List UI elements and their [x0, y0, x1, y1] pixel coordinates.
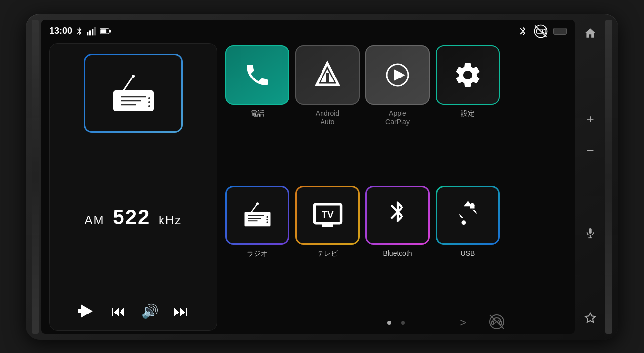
bottom-pagination: >: [225, 317, 567, 329]
radio-grid-svg: [242, 199, 274, 231]
svg-marker-28: [394, 69, 405, 81]
svg-rect-1: [89, 30, 91, 35]
svg-point-14: [132, 75, 135, 78]
radio-panel[interactable]: AM 522 kHz ⏮ 🔊 ⏭: [49, 43, 217, 331]
prev-track-button[interactable]: ⏮: [111, 302, 126, 320]
bluetooth-icon-box: [365, 186, 430, 245]
freq-number: 522: [113, 205, 150, 229]
svg-point-19: [148, 101, 150, 103]
svg-rect-6: [109, 30, 111, 32]
app-item-tv[interactable]: TV テレビ: [295, 186, 360, 258]
settings-svg: [453, 60, 483, 90]
android-auto-svg: [312, 59, 343, 91]
clock: 13:00: [49, 26, 72, 36]
svg-rect-0: [87, 32, 88, 35]
android-label: AndroidAuto: [316, 109, 339, 126]
svg-rect-44: [500, 321, 502, 324]
carplay-icon-box: [365, 45, 430, 105]
battery-icon: [100, 28, 111, 35]
usb-svg: [454, 199, 482, 231]
zoom-in-button[interactable]: +: [583, 109, 597, 130]
tv-svg: TV: [312, 199, 344, 231]
svg-line-13: [123, 76, 133, 91]
status-right: [518, 24, 567, 39]
usb-label: USB: [461, 249, 475, 258]
mic-button[interactable]: [582, 224, 599, 246]
svg-rect-3: [94, 27, 96, 35]
svg-rect-2: [92, 29, 93, 35]
svg-line-36: [251, 204, 257, 212]
svg-rect-43: [492, 321, 494, 324]
usb-icon-box: [436, 186, 500, 245]
svg-text:TV: TV: [322, 209, 334, 220]
bluetooth-label: Bluetooth: [383, 249, 412, 258]
app-item-bluetooth[interactable]: Bluetooth: [365, 186, 430, 258]
home-icon: [584, 27, 597, 39]
radio-controls: ⏮ 🔊 ⏭: [78, 302, 189, 320]
home-button[interactable]: [581, 24, 600, 45]
svg-rect-41: [470, 205, 474, 209]
freq-band: AM: [85, 213, 105, 227]
signal-icon: [87, 27, 97, 36]
right-physical-bar: [605, 20, 612, 334]
zoom-out-button[interactable]: −: [583, 140, 597, 161]
corner-button[interactable]: [553, 28, 567, 35]
svg-point-35: [266, 221, 268, 223]
bluetooth-top-icon: [518, 26, 528, 37]
right-sidebar: + −: [578, 20, 603, 334]
radio-frequency: AM 522 kHz: [85, 205, 182, 229]
bluetooth-status-icon: [75, 27, 84, 36]
app-item-radio[interactable]: ラジオ: [225, 186, 289, 258]
svg-rect-21: [78, 309, 81, 313]
app-item-usb[interactable]: USB: [436, 186, 500, 258]
freq-unit: kHz: [159, 213, 182, 227]
phone-svg: [243, 61, 271, 89]
radio-icon-box: [84, 54, 183, 133]
app-row-2: ラジオ TV テレビ: [225, 186, 567, 258]
no-camera-icon: [533, 24, 548, 39]
app-item-phone[interactable]: 電話: [225, 45, 289, 126]
carplay-label: AppleCarPlay: [385, 109, 410, 126]
sidebar-middle-buttons: + −: [583, 109, 597, 161]
app-item-android[interactable]: AndroidAuto: [295, 45, 360, 126]
page-dot-1: [387, 321, 391, 325]
status-bar: 13:00: [41, 20, 575, 40]
settings-icon-box: [436, 45, 500, 105]
app-item-settings[interactable]: 設定: [436, 45, 500, 126]
status-left: 13:00: [49, 26, 111, 36]
svg-point-39: [461, 220, 466, 225]
svg-point-20: [148, 105, 150, 107]
phone-label: 電話: [250, 109, 264, 118]
phone-icon-box: [225, 45, 289, 105]
svg-marker-49: [585, 313, 595, 322]
left-physical-bar: [32, 20, 39, 334]
carplay-svg: [383, 60, 412, 90]
prev-button[interactable]: [78, 304, 96, 318]
volume-button[interactable]: 🔊: [141, 303, 159, 319]
main-content: AM 522 kHz ⏮ 🔊 ⏭: [41, 40, 575, 334]
svg-rect-46: [589, 228, 592, 234]
next-track-button[interactable]: ⏭: [173, 302, 189, 320]
car-infotainment-device: 13:00: [26, 14, 618, 340]
app-item-carplay[interactable]: AppleCarPlay: [365, 45, 430, 126]
tv-icon-box: TV: [295, 186, 360, 245]
svg-point-34: [266, 219, 268, 220]
page-dot-2: [401, 321, 405, 325]
android-icon-box: [295, 45, 360, 105]
svg-rect-26: [326, 73, 329, 82]
radio-main-icon: [109, 74, 158, 113]
next-page-button[interactable]: >: [460, 316, 466, 329]
svg-point-33: [266, 216, 268, 218]
svg-point-37: [256, 202, 258, 205]
radio-icon-box-grid: [225, 186, 289, 245]
bluetooth-app-svg: [385, 199, 410, 231]
svg-marker-22: [81, 304, 93, 318]
svg-point-18: [148, 97, 150, 99]
app-grid: 電話 AndroidAuto: [225, 43, 567, 331]
app-row-1: 電話 AndroidAuto: [225, 45, 567, 126]
no-music-icon: [488, 313, 506, 333]
mic-icon: [585, 227, 596, 240]
favorite-button[interactable]: [581, 309, 599, 330]
settings-label: 設定: [461, 109, 475, 118]
radio-label: ラジオ: [247, 249, 268, 258]
